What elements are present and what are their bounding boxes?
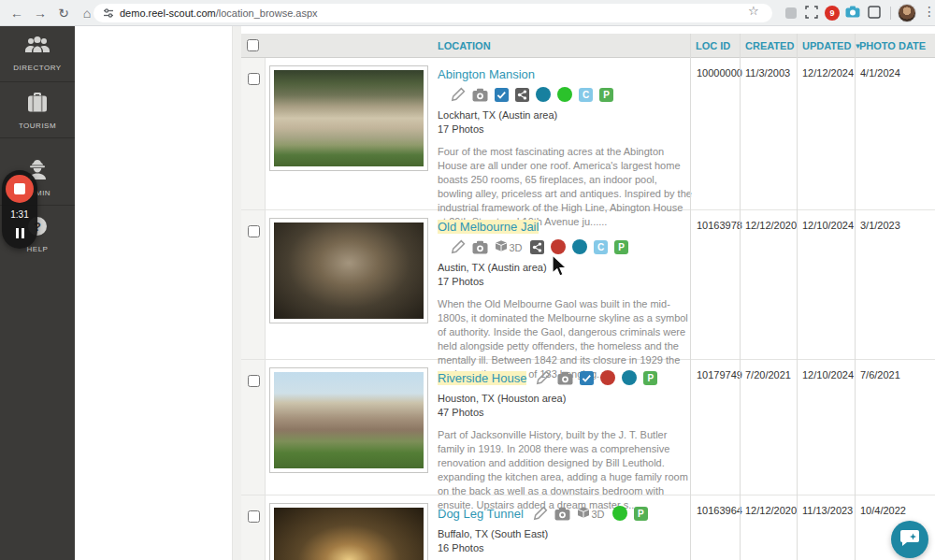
photo-count: 16 Photos [438, 541, 692, 555]
photo-count: 47 Photos [438, 406, 692, 420]
checked-box-icon[interactable] [495, 88, 509, 102]
column-divider [797, 34, 798, 560]
table-row: Dog Leg Tunnel 3DP Buffalo, TX (South Ea… [241, 495, 935, 560]
updated-cell: 12/10/2024 [802, 220, 854, 231]
sidebar-item-tourism[interactable]: TOURISM [0, 82, 75, 138]
tunnel-photo [274, 508, 424, 560]
extension-badge-icon[interactable]: 9 [825, 6, 840, 21]
c-badge-icon: C [579, 88, 593, 102]
share-icon[interactable] [530, 240, 544, 254]
stop-recording-button[interactable] [6, 175, 34, 203]
recording-timer: 1:31 [2, 209, 37, 220]
svg-text:3D: 3D [510, 242, 523, 253]
row-checkbox[interactable] [248, 73, 260, 85]
chat-bubble-icon [899, 528, 920, 551]
screenshot-frame-icon[interactable] [805, 6, 818, 19]
sidebar-item-directory[interactable]: DIRECTORY [0, 26, 75, 82]
p-badge-icon: P [634, 507, 648, 521]
people-icon [23, 36, 51, 60]
edit-icon[interactable] [533, 506, 548, 521]
edit-icon[interactable] [451, 87, 466, 102]
loc-id-cell: 10000000 [697, 67, 742, 79]
location-thumbnail[interactable] [269, 218, 428, 323]
created-cell: 7/20/2021 [745, 369, 791, 381]
select-all-checkbox[interactable] [247, 39, 259, 51]
updated-cell: 12/10/2024 [802, 369, 854, 381]
3d-model-icon[interactable]: 3D [495, 239, 524, 254]
p-badge-icon: P [643, 371, 657, 385]
chat-widget-button[interactable] [891, 521, 928, 558]
updated-cell: 11/13/2023 [802, 505, 853, 516]
status-icon-strip: CP [451, 86, 692, 103]
toolbar-separator [890, 7, 891, 20]
location-city: Buffalo, TX (South East) [438, 527, 692, 541]
edit-icon[interactable] [451, 239, 466, 254]
column-header-photo-date[interactable]: PHOTO DATE [859, 40, 926, 51]
reload-icon[interactable]: ↻ [54, 4, 73, 22]
location-title-link[interactable]: Dog Leg Tunnel [438, 507, 524, 521]
red-status-icon [600, 370, 615, 385]
created-cell: 12/12/2020 [745, 505, 797, 516]
photo-count: 17 Photos [438, 275, 692, 289]
location-thumbnail[interactable] [269, 503, 428, 560]
camera-icon[interactable] [554, 507, 570, 521]
sidebar-gap [0, 138, 75, 150]
table-row: Abington Mansion CP Lockhart, TX (Austin… [241, 58, 935, 210]
column-divider [855, 34, 856, 560]
edit-icon[interactable] [536, 370, 551, 385]
share-icon[interactable] [515, 88, 529, 102]
profile-avatar[interactable] [898, 4, 916, 22]
green-status-icon [557, 87, 572, 102]
side-panel-icon[interactable] [868, 6, 881, 19]
location-title-link[interactable]: Abington Mansion [438, 67, 535, 81]
camera-icon[interactable] [472, 240, 488, 254]
location-title-link[interactable]: Old Melbourne Jail [438, 220, 539, 234]
row-checkbox[interactable] [248, 375, 260, 387]
sidebar-item-label: DIRECTORY [0, 64, 75, 72]
loc-id-cell: 10163978 [697, 220, 742, 231]
location-city: Houston, TX (Houston area) [438, 392, 692, 406]
camera-icon[interactable] [472, 88, 488, 102]
column-header-created[interactable]: CREATED [745, 40, 794, 51]
back-icon[interactable]: ← [7, 4, 26, 22]
site-settings-icon[interactable] [103, 7, 114, 19]
location-thumbnail[interactable] [269, 367, 428, 473]
updated-cell: 12/12/2024 [802, 67, 854, 79]
extension-generic-icon[interactable] [785, 6, 797, 19]
photo-date-cell: 10/4/2022 [860, 505, 906, 516]
location-thumbnail[interactable] [269, 65, 428, 171]
red-status-icon [551, 239, 566, 254]
forward-icon[interactable]: → [31, 4, 50, 22]
column-header-location[interactable]: LOCATION [438, 40, 491, 51]
status-icon-strip: 3DCP [451, 238, 692, 255]
row-checkbox[interactable] [248, 225, 260, 237]
c-badge-icon: C [594, 240, 608, 254]
address-bar[interactable]: demo.reel-scout.com/location_browse.aspx [94, 4, 772, 22]
camera-extension-icon[interactable] [845, 6, 860, 18]
url-host: demo.reel-scout.com [120, 7, 216, 19]
bookmark-star-icon[interactable]: ☆ [748, 4, 759, 18]
created-cell: 11/3/2003 [745, 67, 790, 79]
row-checkbox[interactable] [248, 510, 260, 523]
browser-menu-icon[interactable]: ⋮ [923, 4, 935, 19]
table-row: Riverside House P Houston, TX (Houston a… [241, 360, 935, 495]
photo-date-cell: 4/1/2024 [860, 67, 900, 79]
p-badge-icon: P [614, 240, 628, 254]
column-header-updated[interactable]: UPDATED ▼ [802, 40, 861, 51]
loc-id-cell: 10179749 [697, 369, 742, 381]
pause-recording-button[interactable] [13, 225, 26, 237]
photo-date-cell: 7/6/2021 [860, 369, 900, 381]
table-header: LOCATION LOC ID CREATED UPDATED ▼ PHOTO … [241, 34, 935, 58]
column-header-loc-id[interactable]: LOC ID [696, 40, 730, 51]
table-gutter [232, 26, 241, 560]
3d-model-icon[interactable]: 3D [577, 506, 606, 521]
sidebar-item-label: TOURISM [0, 122, 75, 130]
table-row: Old Melbourne Jail 3DCP Austin, TX (Aust… [241, 210, 935, 360]
checked-box-icon[interactable] [580, 371, 594, 385]
house-photo [274, 372, 424, 468]
svg-text:3D: 3D [591, 509, 604, 520]
status-icon-strip: P [536, 369, 657, 386]
photo-date-cell: 3/1/2023 [860, 220, 900, 231]
camera-icon[interactable] [557, 371, 573, 385]
location-title-link[interactable]: Riverside House [438, 371, 526, 385]
